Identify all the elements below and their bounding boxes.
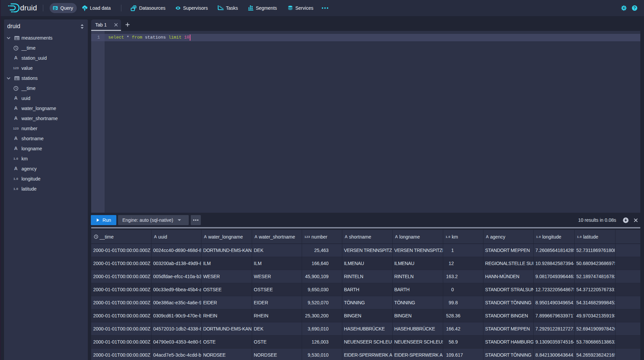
svg-text:?: ? [633,6,636,10]
